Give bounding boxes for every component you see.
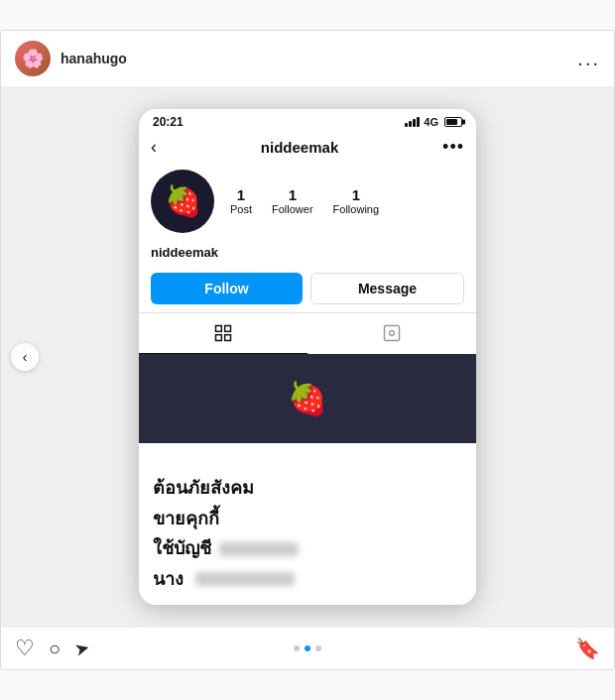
signal-bars <box>405 117 420 127</box>
bar3 <box>413 119 416 127</box>
profile-display-name: niddeemak <box>151 245 218 260</box>
thai-line-3: ใช้บัญชี <box>153 533 462 564</box>
signal-label: 4G <box>424 116 438 128</box>
svg-rect-4 <box>385 325 400 340</box>
stat-following: 1 Following <box>333 186 379 215</box>
profile-avatar: 🍓 <box>151 170 214 233</box>
thai-line-1: ต้อนภัยสังคม <box>153 473 462 504</box>
pagination-dot-2 <box>305 645 310 651</box>
tagged-icon <box>382 323 402 343</box>
profile-tabs <box>139 312 476 354</box>
comment-button[interactable]: ○ <box>49 638 61 660</box>
profile-header-bar: ‹ niddeemak ••• <box>139 133 476 164</box>
stat-followers: 1 Follower <box>272 186 313 215</box>
action-buttons: Follow Message <box>139 269 476 312</box>
thai-line-2: ขายคุกกี้ <box>153 504 462 534</box>
grid-post-thumb[interactable]: 🍓 <box>139 354 476 443</box>
status-right: 4G <box>405 116 462 128</box>
footer-left-actions: ♡ ○ ➤ <box>15 636 89 661</box>
svg-rect-1 <box>225 325 231 331</box>
grid-tab[interactable] <box>139 313 308 354</box>
grid-icon <box>213 323 233 343</box>
post-card: 🌸 hanahugo ... ‹ 20:21 4G <box>0 30 615 670</box>
share-button[interactable]: ➤ <box>72 636 92 660</box>
footer-row: ♡ ○ ➤ 🔖 <box>15 636 600 661</box>
profile-name-row: niddeemak <box>139 243 476 269</box>
bar2 <box>409 121 412 127</box>
posts-label: Post <box>230 203 252 215</box>
blur-block-1 <box>219 542 299 556</box>
follow-button[interactable]: Follow <box>151 273 303 304</box>
svg-point-5 <box>390 330 395 335</box>
bar1 <box>405 123 408 127</box>
battery-fill <box>446 119 457 125</box>
phone-mockup: 20:21 4G ‹ niddeemak <box>139 109 476 605</box>
thai-line-4: นาง <box>153 564 462 595</box>
more-button[interactable]: ... <box>577 48 600 70</box>
svg-rect-3 <box>225 334 231 340</box>
phone-status-bar: 20:21 4G <box>139 109 476 133</box>
phone-time: 20:21 <box>153 115 184 129</box>
profile-username-title: niddeemak <box>261 139 338 156</box>
blur-block-2 <box>195 572 295 586</box>
svg-rect-2 <box>216 334 222 340</box>
thai-line-3-text: ใช้บัญชี <box>153 533 211 564</box>
blurred-text-area: ต้อนภัยสังคม ขายคุกกี้ ใช้บัญชี นาง <box>139 463 476 604</box>
stat-posts: 1 Post <box>230 186 252 215</box>
bar4 <box>417 117 420 127</box>
bookmark-button[interactable]: 🔖 <box>575 637 600 660</box>
avatar: 🌸 <box>15 41 51 76</box>
pagination-dot-1 <box>294 645 300 651</box>
followers-count: 1 <box>289 186 297 203</box>
thai-line-4-text: นาง <box>153 564 184 595</box>
profile-info: 🍓 1 Post 1 Follower 1 Following <box>139 164 476 243</box>
strawberry-avatar: 🍓 <box>151 170 214 233</box>
following-label: Following <box>333 203 379 215</box>
following-count: 1 <box>352 186 360 203</box>
post-username: hanahugo <box>61 51 577 66</box>
profile-stats: 1 Post 1 Follower 1 Following <box>230 186 379 215</box>
battery-icon <box>444 117 462 127</box>
posts-count: 1 <box>237 186 245 203</box>
profile-more-button[interactable]: ••• <box>442 137 464 158</box>
avatar-image: 🌸 <box>15 41 51 76</box>
post-footer: ♡ ○ ➤ 🔖 <box>1 627 614 669</box>
post-image-area: ‹ 20:21 4G <box>1 86 614 627</box>
tagged-tab[interactable] <box>308 313 476 354</box>
footer-pagination-dots <box>294 645 321 651</box>
message-button[interactable]: Message <box>310 273 464 304</box>
followers-label: Follower <box>272 203 313 215</box>
pagination-dot-3 <box>315 645 321 651</box>
back-arrow-icon[interactable]: ‹ <box>151 137 157 158</box>
nav-arrow-left[interactable]: ‹ <box>11 343 39 371</box>
svg-rect-0 <box>216 325 222 331</box>
like-button[interactable]: ♡ <box>15 636 35 661</box>
post-header: 🌸 hanahugo ... <box>1 31 614 86</box>
